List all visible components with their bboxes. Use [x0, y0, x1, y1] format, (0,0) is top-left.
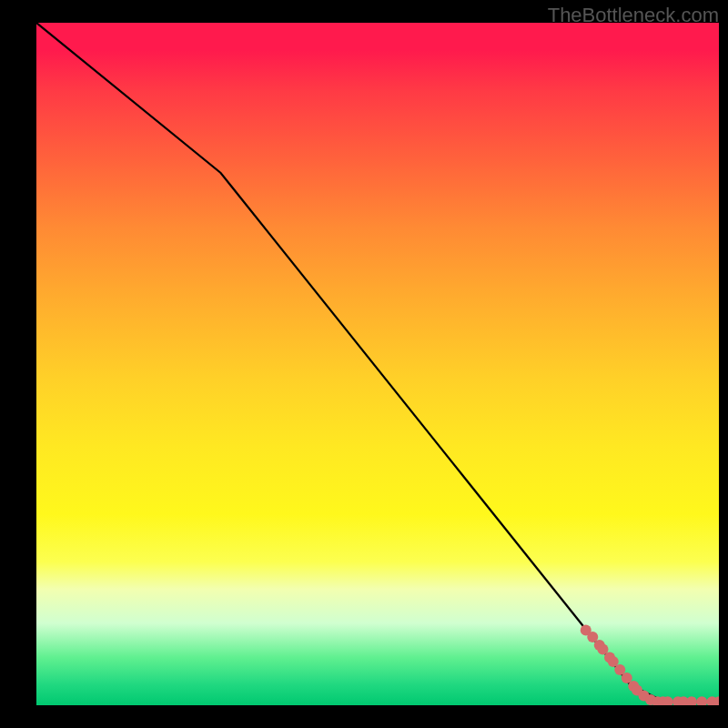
watermark-text: TheBottleneck.com	[548, 4, 719, 27]
chart-overlay	[36, 23, 719, 705]
scatter-point	[696, 696, 707, 705]
scatter-point	[686, 696, 697, 705]
chart-scatter-group	[581, 625, 719, 706]
chart-line	[36, 23, 719, 702]
